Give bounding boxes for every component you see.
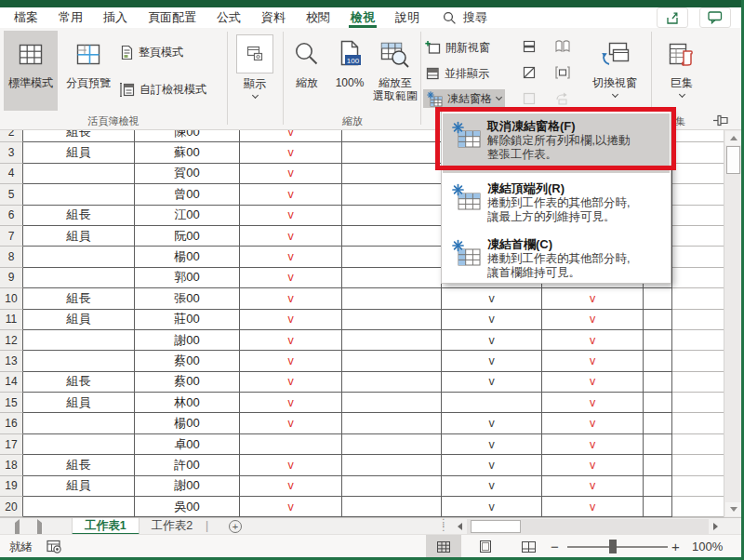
cell-check-1[interactable]: v [240,351,342,371]
cell-empty[interactable] [342,226,442,247]
sheet-tab-1[interactable]: 工作表1 [72,518,140,535]
tab-page-layout[interactable]: 頁面配置 [138,7,206,28]
cell-outside-table[interactable] [672,130,724,142]
zoom-button[interactable]: 縮放 [286,31,327,111]
cell-check-1[interactable] [240,434,342,455]
cell-name[interactable]: 許00 [135,455,240,475]
cell-check-1[interactable]: v [240,476,342,497]
cell-check-1[interactable]: v [240,288,342,309]
page-break-preview-button[interactable]: 分頁預覽 [61,31,115,111]
cell-empty[interactable] [644,351,672,371]
cell-outside-table[interactable] [672,288,724,309]
cell-name[interactable]: 蔡00 [135,351,240,371]
row-header[interactable]: 8 [0,247,23,267]
cell-check-2[interactable]: v [442,434,542,455]
scroll-left-button[interactable] [453,519,467,534]
cell-check-1[interactable]: v [240,268,342,288]
reset-window-position-button[interactable] [554,90,571,107]
cell-empty[interactable] [342,206,442,226]
cell-role[interactable]: 組長 [23,288,135,309]
cell-name[interactable]: 謝00 [135,476,240,497]
zoom-out-button[interactable]: − [551,539,559,554]
cell-check-3[interactable]: v [542,413,644,433]
tab-view[interactable]: 檢視 [340,7,385,28]
cell-name[interactable]: 楊00 [135,247,240,267]
cell-check-2[interactable]: v [442,497,542,517]
cell-check-3[interactable]: v [542,310,644,330]
cell-empty[interactable] [644,393,672,413]
cell-role[interactable]: 組長 [23,206,135,226]
tab-scrollbar-splitter[interactable]: ⋮⋮ [439,520,448,529]
cell-name[interactable]: 蔡00 [135,372,240,393]
menu-item-unfreeze-panes[interactable]: 取消凍結窗格(F) 解除鎖定所有列和欄,以捲動 整張工作表。 [443,113,670,173]
tab-file[interactable]: 檔案 [4,7,48,28]
cell-check-3[interactable]: v [542,372,644,393]
cell-empty[interactable] [342,434,442,455]
tab-formulas[interactable]: 公式 [206,7,251,28]
cell-check-2[interactable]: v [442,310,542,330]
cell-check-3[interactable]: v [542,393,644,413]
cell-name[interactable]: 陳00 [135,130,240,142]
cell-name[interactable]: 阮00 [135,226,240,247]
row-header[interactable]: 2 [0,130,23,142]
freeze-panes-button[interactable]: 凍結窗格 [423,89,505,108]
tab-help[interactable]: 說明 [385,7,430,28]
unhide-window-button[interactable] [521,90,538,107]
cell-empty[interactable] [342,497,442,517]
zoom-slider-thumb[interactable] [609,540,617,553]
new-sheet-button[interactable]: + [229,520,242,533]
cell-empty[interactable] [644,476,672,497]
cell-outside-table[interactable] [672,372,724,393]
cell-outside-table[interactable] [672,476,724,497]
cell-role[interactable] [23,164,135,184]
share-button[interactable] [657,7,688,28]
cell-outside-table[interactable] [672,351,724,371]
cell-role[interactable]: 組員 [23,393,135,413]
cell-name[interactable]: 莊00 [135,310,240,330]
cell-outside-table[interactable] [672,434,724,455]
row-header[interactable]: 12 [0,330,23,351]
view-side-by-side-button[interactable] [554,38,571,55]
normal-view-status-button[interactable] [426,535,461,558]
cell-check-1[interactable]: v [240,247,342,267]
page-layout-button[interactable]: 整頁模式 [119,43,183,61]
cell-empty[interactable] [644,288,672,309]
cell-empty[interactable] [342,413,442,433]
cell-outside-table[interactable] [672,310,724,330]
tab-insert[interactable]: 插入 [93,7,138,28]
scroll-down-button[interactable] [725,502,741,516]
cell-check-1[interactable]: v [240,497,342,517]
cell-empty[interactable] [342,142,442,163]
row-header[interactable]: 6 [0,206,23,226]
cell-empty[interactable] [342,393,442,413]
cell-empty[interactable] [342,288,442,309]
row-header[interactable]: 3 [0,142,23,163]
custom-views-button[interactable]: 自訂檢視模式 [119,80,206,99]
scroll-up-button[interactable] [725,131,741,145]
cell-check-1[interactable]: v [240,413,342,433]
cell-outside-table[interactable] [672,184,724,205]
row-header[interactable]: 5 [0,184,23,205]
cell-check-3[interactable]: v [542,330,644,351]
cell-check-1[interactable]: v [240,184,342,205]
cell-empty[interactable] [342,476,442,497]
cell-role[interactable] [23,434,135,455]
cell-name[interactable]: 蘇00 [135,142,240,163]
cell-name[interactable]: 張00 [135,288,240,309]
cell-name[interactable]: 謝00 [135,330,240,351]
cell-name[interactable]: 江00 [135,206,240,226]
horizontal-scrollbar[interactable] [453,519,723,534]
normal-view-button[interactable]: 標準模式 [4,31,58,111]
cell-outside-table[interactable] [672,164,724,184]
row-header[interactable]: 16 [0,413,23,433]
cell-check-3[interactable]: v [542,497,644,517]
cell-empty[interactable] [342,372,442,393]
hide-window-button[interactable] [521,64,538,81]
arrange-all-button[interactable]: 並排顯示 [425,64,489,83]
cell-outside-table[interactable] [672,142,724,163]
cell-empty[interactable] [342,310,442,330]
cell-check-3[interactable]: v [542,455,644,475]
cell-name[interactable]: 林00 [135,393,240,413]
cell-outside-table[interactable] [672,455,724,475]
cell-empty[interactable] [342,130,442,142]
